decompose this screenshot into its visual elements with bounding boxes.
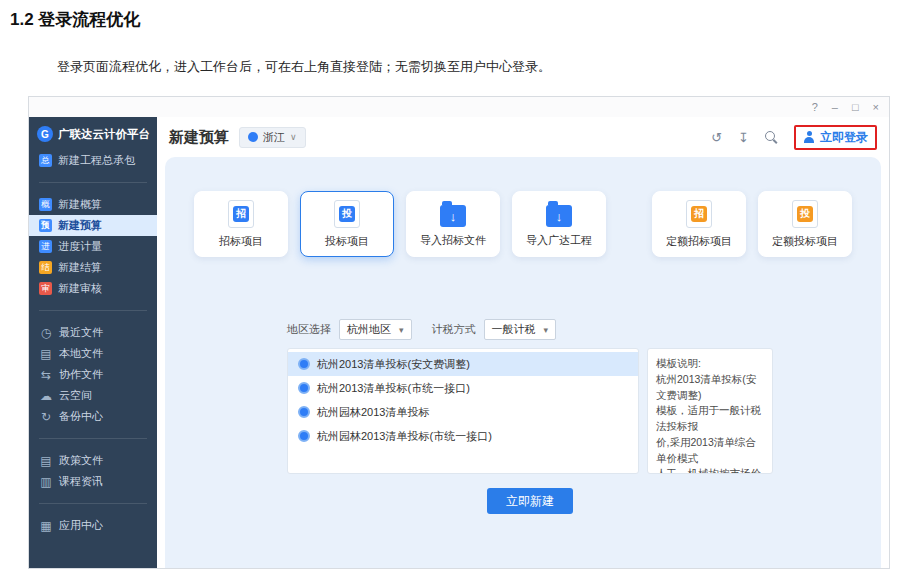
card-tendering-project[interactable]: 招 招标项目 [194,191,288,257]
card-quota-tendering-project[interactable]: 招 定额招标项目 [652,191,746,257]
sidebar-item-new-estimate[interactable]: 概 新建概算 [29,194,157,215]
card-bidding-project[interactable]: 投 投标项目 [300,191,394,257]
minimize-button[interactable]: – [832,102,838,113]
card-label: 定额招标项目 [666,234,732,249]
template-file-icon [298,430,310,442]
search-icon[interactable] [765,131,778,144]
template-item-label: 杭州园林2013清单投标 [317,405,429,420]
sidebar-item-cloud-space[interactable]: ☁ 云空间 [29,385,157,406]
region-filter-value: 杭州地区 [347,322,391,337]
main-header: 新建预算 浙江 ∨ ↺ ↧ 立即登录 [157,117,889,157]
sidebar-item-label: 新建概算 [58,197,102,212]
progress-icon: 进 [39,240,52,253]
card-import-glodon-project[interactable]: ↓ 导入广达工程 [512,191,606,257]
sidebar-item-new-budget[interactable]: 预 新建预算 [29,215,157,236]
sidebar-item-label: 本地文件 [59,346,103,361]
sidebar-divider [39,182,147,183]
project-type-cards: 招 招标项目 投 投标项目 ↓ 导入招标文件 [165,157,881,257]
chevron-down-icon: ▾ [544,325,549,335]
tender-doc-icon: 招 [228,200,254,228]
sidebar-item-new-settlement[interactable]: 结 新建结算 [29,257,157,278]
quota-bid-doc-icon: 投 [792,200,818,228]
sidebar-item-policy-files[interactable]: ▤ 政策文件 [29,450,157,471]
sidebar-item-label: 最近文件 [59,325,103,340]
close-button[interactable]: × [873,102,879,113]
card-label: 导入广达工程 [526,233,592,248]
page-title: 1.2 登录流程优化 [10,8,140,31]
template-item[interactable]: 杭州园林2013清单投标(市统一接口) [288,424,638,448]
card-quota-bidding-project[interactable]: 投 定额投标项目 [758,191,852,257]
sidebar-item-new-review[interactable]: 审 新建审核 [29,278,157,299]
sidebar-item-collaboration-files[interactable]: ⇆ 协作文件 [29,364,157,385]
budget-icon: 预 [39,219,52,232]
sidebar-item-label: 协作文件 [59,367,103,382]
region-filter-select[interactable]: 杭州地区 ▾ [339,319,412,340]
sidebar-item-new-epc-project[interactable]: 总 新建工程总承包 [29,150,157,171]
chevron-down-icon: ▾ [399,325,404,335]
region-filter-label: 地区选择 [287,322,331,337]
template-description-panel: 模板说明: 杭州2013清单投标(安文费调整) 模板，适用于一般计税法投标报 价… [647,348,773,474]
sidebar-item-label: 进度计量 [58,239,102,254]
quota-tender-doc-icon: 招 [686,200,712,228]
epc-project-icon: 总 [39,154,52,167]
sidebar-item-local-files[interactable]: ▤ 本地文件 [29,343,157,364]
template-item-label: 杭州园林2013清单投标(市统一接口) [317,429,492,444]
import-download-icon: ↓ [440,205,466,227]
tax-method-select[interactable]: 一般计税 ▾ [484,319,557,340]
create-now-button[interactable]: 立即新建 [487,488,573,514]
sidebar-item-label: 应用中心 [59,518,103,533]
window-titlebar: ? – □ × [29,97,889,117]
course-info-icon: ▥ [39,475,53,488]
app-body: G 广联达云计价平台 总 新建工程总承包 概 新建概算 预 新建预算 进 进度计… [29,117,889,568]
template-description-line: 价,采用2013清单综合单价模式 [656,435,764,467]
sidebar-divider [39,438,147,439]
sidebar-item-label: 备份中心 [59,409,103,424]
template-description-line: 模板，适用于一般计税法投标报 [656,403,764,435]
login-button-label: 立即登录 [820,129,868,146]
review-icon: 审 [39,282,52,295]
template-file-icon [298,382,310,394]
sidebar-item-course-info[interactable]: ▥ 课程资讯 [29,471,157,492]
chevron-down-icon: ∨ [290,132,297,142]
card-import-tender-file[interactable]: ↓ 导入招标文件 [406,191,500,257]
settlement-icon: 结 [39,261,52,274]
estimate-icon: 概 [39,198,52,211]
download-icon[interactable]: ↧ [738,130,749,145]
app-center-icon: ▦ [39,519,53,532]
help-button[interactable]: ? [812,102,818,113]
region-dropdown-value: 浙江 [263,130,285,145]
template-item-label: 杭州2013清单投标(市统一接口) [317,381,470,396]
history-icon[interactable]: ↺ [711,130,722,145]
template-item[interactable]: 杭州园林2013清单投标 [288,400,638,424]
login-button[interactable]: 立即登录 [794,125,877,150]
sidebar-item-label: 新建结算 [58,260,102,275]
region-dropdown[interactable]: 浙江 ∨ [239,127,306,148]
app-window-screenshot: ? – □ × G 广联达云计价平台 总 新建工程总承包 概 新建概算 预 新建… [28,96,890,569]
main-area: 新建预算 浙江 ∨ ↺ ↧ 立即登录 [157,117,889,568]
sidebar-item-label: 政策文件 [59,453,103,468]
sidebar-item-recent-files[interactable]: ◷ 最近文件 [29,322,157,343]
template-file-icon [298,358,310,370]
cloud-space-icon: ☁ [39,389,53,402]
tax-method-value: 一般计税 [492,322,536,337]
maximize-button[interactable]: □ [852,102,859,113]
card-label: 导入招标文件 [420,233,486,248]
sidebar-item-progress-measurement[interactable]: 进 进度计量 [29,236,157,257]
card-label: 定额投标项目 [772,234,838,249]
template-description-line: 人工、机械均按市场价计入取费 [656,466,764,474]
template-description-title: 模板说明: [656,356,764,372]
template-item[interactable]: 杭州2013清单投标(市统一接口) [288,376,638,400]
template-file-icon [298,406,310,418]
sidebar: G 广联达云计价平台 总 新建工程总承包 概 新建概算 预 新建预算 进 进度计… [29,117,157,568]
sidebar-item-label: 新建工程总承包 [58,153,135,168]
bid-doc-icon: 投 [334,200,360,228]
template-list: 杭州2013清单投标(安文费调整) 杭州2013清单投标(市统一接口) 杭州园林… [287,348,639,474]
sidebar-item-backup-center[interactable]: ↻ 备份中心 [29,406,157,427]
template-item[interactable]: 杭州2013清单投标(安文费调整) [288,352,638,376]
card-label: 投标项目 [325,234,369,249]
person-icon [803,131,815,143]
tax-method-label: 计税方式 [432,322,476,337]
sidebar-divider [39,310,147,311]
card-label: 招标项目 [219,234,263,249]
sidebar-item-app-center[interactable]: ▦ 应用中心 [29,515,157,536]
